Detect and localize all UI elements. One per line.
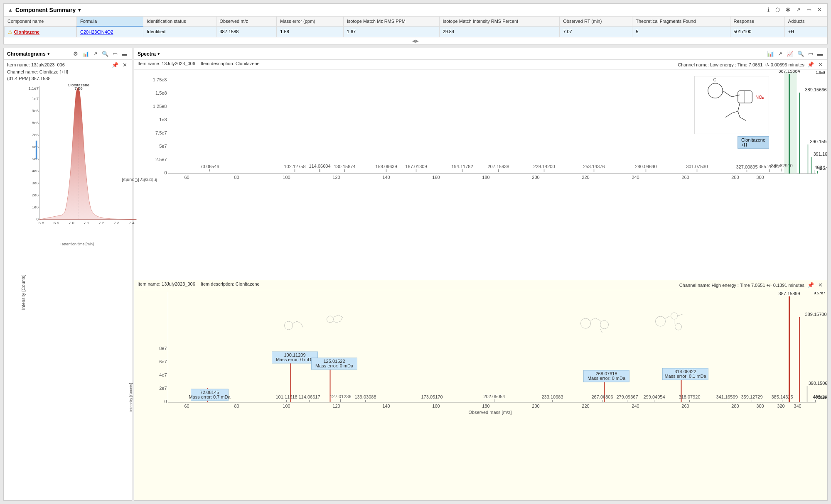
col-isotope-mz[interactable]: Isotope Match Mz RMS PPM xyxy=(343,17,439,27)
chroma-tool3-icon[interactable]: 🔍 xyxy=(101,50,110,57)
svg-line-37 xyxy=(740,117,746,121)
svg-text:80: 80 xyxy=(234,404,239,409)
chroma-view1-icon[interactable]: ▭ xyxy=(111,50,119,57)
col-name[interactable]: Component name xyxy=(4,17,77,27)
table-row[interactable]: ⚠ Clonitazene C20H23ClN4O2 Identified 38… xyxy=(4,26,827,37)
svg-text:1.75e8: 1.75e8 xyxy=(153,77,167,82)
svg-text:0: 0 xyxy=(164,170,167,175)
spectra-view2-icon[interactable]: ▬ xyxy=(816,50,824,57)
spectra-tool3-icon[interactable]: 📈 xyxy=(785,50,794,57)
svg-text:158.09639: 158.09639 xyxy=(376,164,397,169)
col-response[interactable]: Response xyxy=(730,17,784,27)
svg-text:Mass error: 0 mDa: Mass error: 0 mDa xyxy=(276,357,314,362)
header-icons: ℹ ⬡ ✱ ↗ ▭ ✕ xyxy=(766,6,823,13)
expand-icon[interactable]: ↗ xyxy=(795,6,802,13)
col-status[interactable]: Identification status xyxy=(143,17,216,27)
svg-text:7.0: 7.0 xyxy=(69,220,74,225)
spectra-top-max-intensity: 1.9e8 xyxy=(816,71,825,75)
spectra-top-pin-icon[interactable]: 📌 xyxy=(806,61,815,68)
compound-label-box: Clonitazene +H xyxy=(738,136,769,149)
chroma-settings-icon[interactable]: ⚙ xyxy=(72,50,79,57)
chroma-title: Chromatograms xyxy=(7,51,46,57)
chroma-item-name: Item name: 13July2023_006 xyxy=(7,61,68,69)
spectra-top-item-desc: Item description: Clonitazene xyxy=(201,61,260,66)
svg-point-207 xyxy=(675,323,682,330)
spectra-tool1-icon[interactable]: 📊 xyxy=(766,50,775,57)
spectra-bottom-channel: Channel name: High energy : Time 7.0651 … xyxy=(679,283,804,288)
col-rt[interactable]: Observed RT (min) xyxy=(560,17,632,27)
svg-text:300: 300 xyxy=(756,175,764,180)
svg-text:4e7: 4e7 xyxy=(159,372,167,377)
spectra-tool2-icon[interactable]: ↗ xyxy=(777,50,784,57)
chroma-pin-icon[interactable]: 📌 xyxy=(111,61,120,69)
svg-line-195 xyxy=(337,321,341,323)
svg-text:139.03088: 139.03088 xyxy=(355,394,376,399)
col-mass-error[interactable]: Mass error (ppm) xyxy=(277,17,343,27)
svg-text:180: 180 xyxy=(482,175,489,180)
svg-text:101.11518: 101.11518 xyxy=(276,394,297,399)
svg-text:391.16208: 391.16208 xyxy=(814,152,828,157)
svg-line-29 xyxy=(732,95,740,97)
col-theoretical[interactable]: Theoretical Fragments Found xyxy=(632,17,730,27)
svg-text:2e7: 2e7 xyxy=(159,386,167,391)
svg-line-189 xyxy=(297,321,301,323)
cell-name: ⚠ Clonitazene xyxy=(4,27,77,37)
svg-line-204 xyxy=(666,316,670,318)
scroll-indicator[interactable]: ◀▶ xyxy=(412,39,419,43)
svg-line-188 xyxy=(293,321,297,323)
svg-text:7.3: 7.3 xyxy=(113,220,119,225)
chroma-tool1-icon[interactable]: 📊 xyxy=(81,50,90,57)
svg-text:120: 120 xyxy=(332,404,340,409)
svg-text:267.06806: 267.06806 xyxy=(592,394,613,399)
chroma-dropdown[interactable]: ▾ xyxy=(47,51,50,56)
svg-text:387.15884: 387.15884 xyxy=(779,70,800,73)
svg-text:300: 300 xyxy=(756,404,764,409)
svg-text:Cl: Cl xyxy=(713,77,717,82)
minimize-icon[interactable]: ▭ xyxy=(805,6,813,13)
chroma-view2-icon[interactable]: ▬ xyxy=(120,50,128,57)
col-mz[interactable]: Observed m/z xyxy=(216,17,277,27)
chroma-channel-name: Channel name: Clonitaze [+H] xyxy=(7,69,68,76)
col-adducts[interactable]: Adducts xyxy=(784,17,827,27)
chroma-ppm-info: (31.4 PPM) 387.1588 xyxy=(7,75,68,82)
svg-text:340: 340 xyxy=(794,404,801,409)
svg-text:Mass error: 0 mDa: Mass error: 0 mDa xyxy=(588,376,626,381)
svg-text:327.00895: 327.00895 xyxy=(736,164,758,169)
svg-point-187 xyxy=(285,321,293,330)
svg-text:1e7: 1e7 xyxy=(32,96,39,101)
spectra-top-item-name: Item name: 13July2023_006 xyxy=(138,61,195,66)
svg-point-25 xyxy=(708,83,723,98)
dropdown-icon[interactable]: ▾ xyxy=(78,7,81,13)
molecule-structure: Cl NO₂ xyxy=(694,76,769,134)
svg-point-197 xyxy=(581,318,591,328)
spectra-tool4-icon[interactable]: 🔍 xyxy=(796,50,805,57)
close-icon[interactable]: ✕ xyxy=(816,6,823,13)
spectra-top-close-icon[interactable]: ✕ xyxy=(817,61,824,68)
svg-text:390.15061: 390.15061 xyxy=(809,381,828,386)
info-icon[interactable]: ℹ xyxy=(766,6,771,13)
spectra-high-energy: Item name: 13July2023_006 Item descripti… xyxy=(134,280,827,500)
pin-icon[interactable]: ✱ xyxy=(784,6,792,13)
col-formula[interactable]: Formula xyxy=(77,17,143,27)
svg-text:60: 60 xyxy=(184,404,189,409)
svg-text:202.05054: 202.05054 xyxy=(484,394,505,399)
spectra-dropdown[interactable]: ▾ xyxy=(157,51,160,56)
svg-point-200 xyxy=(600,321,609,329)
svg-text:390.15951: 390.15951 xyxy=(810,139,828,144)
svg-line-28 xyxy=(723,91,732,97)
sort-icon: ▲ xyxy=(8,7,13,13)
spectra-bottom-close-icon[interactable]: ✕ xyxy=(817,281,824,289)
svg-text:240: 240 xyxy=(632,404,639,409)
compound-adduct: +H xyxy=(741,142,765,147)
component-header: ▲ Component Summary ▾ ℹ ⬡ ✱ ↗ ▭ ✕ xyxy=(4,4,827,16)
svg-line-202 xyxy=(600,329,602,333)
col-isotope-int[interactable]: Isotope Match Intensity RMS Percent xyxy=(439,17,560,27)
chroma-close-icon[interactable]: ✕ xyxy=(121,61,128,69)
svg-text:167.01309: 167.01309 xyxy=(406,164,427,169)
share-icon[interactable]: ⬡ xyxy=(774,6,781,13)
spectra-bottom-pin-icon[interactable]: 📌 xyxy=(806,281,815,289)
spectra-view1-icon[interactable]: ▭ xyxy=(807,50,814,57)
svg-text:260: 260 xyxy=(681,404,689,409)
chroma-tool2-icon[interactable]: ↗ xyxy=(92,50,99,57)
svg-text:233.10683: 233.10683 xyxy=(542,394,563,399)
